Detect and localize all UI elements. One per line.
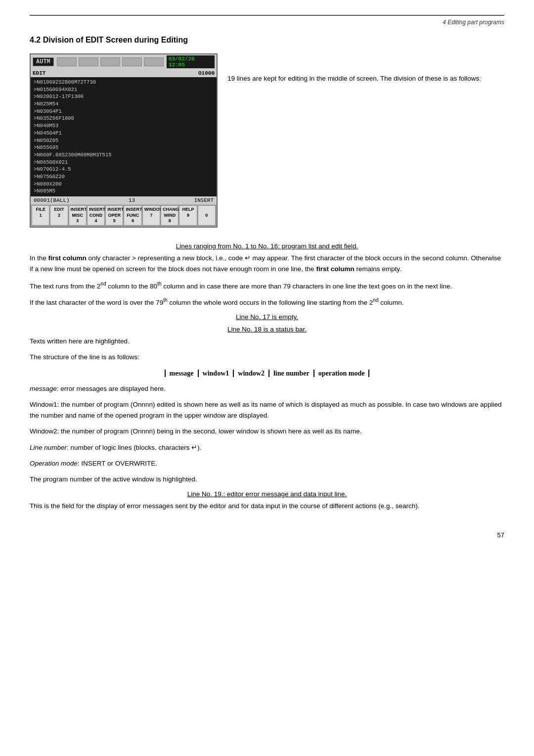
page-number: 57 xyxy=(30,531,504,539)
cnc-fn-button-10[interactable]: 0 xyxy=(198,205,216,226)
content-para-labeled: Line number: number of logic lines (bloc… xyxy=(30,442,504,453)
status-line-display: messagewindow1window2line numberoperatio… xyxy=(30,369,504,378)
content-para: In the first column only character > rep… xyxy=(30,253,504,275)
content-heading: Line No. 18 is a status bar. xyxy=(30,326,504,333)
cnc-tabs xyxy=(57,57,164,66)
cnc-fn-button-9[interactable]: HELP 9 xyxy=(179,205,197,226)
cnc-autm-label: AUTM xyxy=(33,57,54,66)
cnc-fn-button-4[interactable]: INSERT COND 4 xyxy=(87,205,105,226)
cnc-code-line: >N060F.08S2300M68M8M3T515 xyxy=(34,151,214,159)
cnc-datetime: 03/02/28 12:05 xyxy=(167,55,215,68)
cnc-code-line: >N055G95 xyxy=(34,144,214,151)
top-rule xyxy=(30,15,504,16)
cnc-fn-button-8[interactable]: CHANGE WIND 8 xyxy=(161,205,178,226)
cnc-code-line: >N020G12-17F1300 xyxy=(34,93,214,100)
content-para: Texts written here are highlighted. xyxy=(30,336,504,347)
content-para: If the last character of the word is ove… xyxy=(30,296,504,308)
cnc-code-line: >N075G0Z20 xyxy=(34,173,214,181)
cnc-code-line: >N015G0G94X021 xyxy=(34,86,214,94)
cnc-edit-label: EDIT xyxy=(33,70,45,76)
content-para: Window1: the number of program (Onnnn) e… xyxy=(30,399,504,422)
content-heading: Lines ranging from No. 1 to No. 16: prog… xyxy=(30,242,504,250)
cnc-code-line: >N040M53 xyxy=(34,122,214,130)
main-layout: AUTM 03/02/28 12:05 EDIT O1000 >N010G92S… xyxy=(30,53,504,228)
body-content: Lines ranging from No. 1 to No. 16: prog… xyxy=(30,242,504,512)
content-para: The structure of the line is as follows: xyxy=(30,352,504,363)
content-para-labeled: message: error messages are displayed he… xyxy=(30,383,504,394)
cnc-fn-button-5[interactable]: INSERT OPER 5 xyxy=(105,205,123,226)
cnc-code-line: >N010G92S2B00M72T730 xyxy=(34,79,214,86)
cnc-status-bar: EDIT O1000 xyxy=(31,69,217,77)
cnc-tab-3 xyxy=(100,57,120,66)
cnc-mode: INSERT xyxy=(194,197,214,203)
cnc-program-name: 00001(BALL) xyxy=(34,197,70,203)
cnc-tab-1 xyxy=(57,57,77,66)
section-title: 4.2 Division of EDIT Screen during Editi… xyxy=(30,36,504,45)
cnc-tab-4 xyxy=(122,57,142,66)
cnc-fn-button-3[interactable]: INSERT MISC 3 xyxy=(69,205,87,226)
cnc-code-line: >N030G4P1 xyxy=(34,108,214,115)
cnc-fn-button-6[interactable]: INSERT FUNC 6 xyxy=(124,205,141,226)
cnc-code-line: >N065G0X021 xyxy=(34,159,214,166)
cnc-code-line: >N025M54 xyxy=(34,100,214,108)
side-note: 19 lines are kept for editing in the mid… xyxy=(227,73,504,84)
content-para: This is the field for the display of err… xyxy=(30,501,504,512)
cnc-fn-button-7[interactable]: WINDOW 7 xyxy=(142,205,160,226)
content-heading: Line No. 17 is empty. xyxy=(30,313,504,321)
cnc-screen: AUTM 03/02/28 12:05 EDIT O1000 >N010G92S… xyxy=(30,53,218,228)
cnc-code-line: >N085M5 xyxy=(34,188,214,195)
content-heading: Line No. 19.: editor error message and d… xyxy=(30,490,504,498)
cnc-code-line: >N035Z66F1800 xyxy=(34,115,214,122)
content-para: The text runs from the 2nd column to the… xyxy=(30,280,504,292)
content-para: The program number of the active window … xyxy=(30,474,504,485)
cnc-tab-2 xyxy=(79,57,98,66)
cnc-top-bar: AUTM 03/02/28 12:05 xyxy=(31,54,217,69)
cnc-function-bar: FILE 1EDIT 2INSERT MISC 3INSERT COND 4IN… xyxy=(31,204,217,227)
cnc-code-line: >N070G12-4.5 xyxy=(34,166,214,173)
cnc-fn-button-2[interactable]: EDIT 2 xyxy=(50,205,68,226)
cnc-code-line: >N045G4P1 xyxy=(34,130,214,137)
page-header: 4 Editing part programs xyxy=(30,19,504,26)
content-para-labeled: Operation mode: INSERT or OVERWRITE. xyxy=(30,458,504,469)
cnc-tab-5 xyxy=(144,57,164,66)
cnc-content: >N010G92S2B00M72T730>N015G0G94X021>N020G… xyxy=(31,77,217,196)
cnc-line-number: 13 xyxy=(129,197,135,203)
cnc-code-line: >N050Z05 xyxy=(34,137,214,144)
cnc-bottom-status: 00001(BALL) 13 INSERT xyxy=(31,196,217,204)
cnc-program-number: O1000 xyxy=(198,70,215,76)
cnc-fn-button-1[interactable]: FILE 1 xyxy=(32,205,49,226)
content-para: Window2: the number of program (Onnnn) b… xyxy=(30,426,504,437)
cnc-code-line: >N080X200 xyxy=(34,181,214,188)
